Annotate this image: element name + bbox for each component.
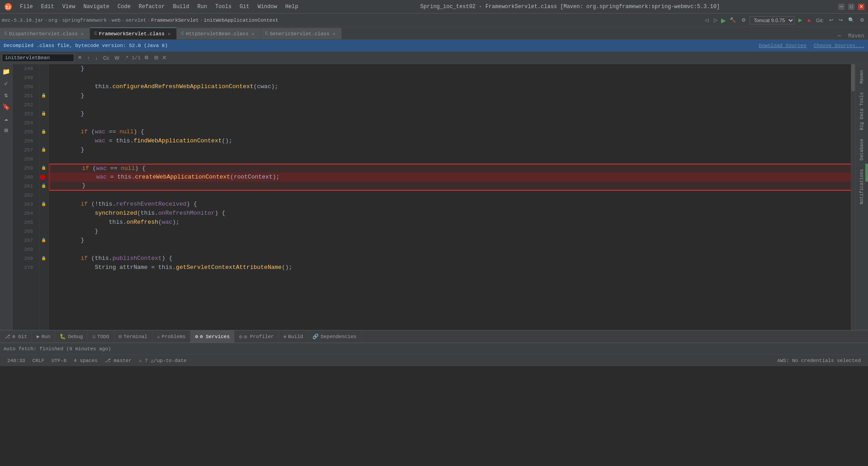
back-button[interactable]: ◁	[703, 16, 710, 24]
git-push-button[interactable]: Git:	[814, 17, 826, 24]
more-tabs-button[interactable]: ⋯	[834, 33, 844, 39]
tab-close-2[interactable]: ✕	[166, 31, 172, 37]
status-vcs[interactable]: ⎇ master	[101, 355, 135, 366]
build-toolbar-button[interactable]: ⚒ Build	[279, 330, 308, 343]
tab-close-4[interactable]: ✕	[331, 31, 337, 37]
tab-label-4: GenericServlet.class	[270, 31, 330, 37]
gutter-254	[40, 118, 47, 127]
services-toolbar-button[interactable]: ⚙ ⚙ Services	[190, 330, 235, 343]
search-filter-button[interactable]: ⊟	[152, 54, 160, 61]
menu-run[interactable]: Run	[193, 3, 211, 11]
gutter-252	[40, 100, 47, 109]
status-position[interactable]: 240:33	[4, 355, 29, 366]
sidebar-pullreq-icon[interactable]: ⇅	[1, 89, 12, 100]
redo-button[interactable]: ↪	[837, 16, 844, 24]
run-config-select[interactable]: Tomcat 9.0.75	[750, 16, 795, 24]
menu-help[interactable]: Help	[282, 3, 302, 11]
status-warnings[interactable]: ⚠ 7 △/up-to-date	[135, 355, 190, 366]
breadcrumb-org[interactable]: org	[48, 18, 57, 23]
minimize-button[interactable]: ─	[838, 4, 844, 10]
sidebar-commit-icon[interactable]: ✓	[1, 78, 12, 89]
code-line-255: if (wac == null) {	[49, 127, 855, 137]
gutter-249	[40, 73, 47, 82]
search-next-button[interactable]: ↓	[94, 54, 100, 61]
gutter-262	[40, 191, 47, 200]
code-area[interactable]: } this.configureAndRefreshWebApplication…	[49, 64, 855, 330]
code-line-253: }	[49, 109, 855, 118]
settings-button[interactable]: ⚙	[858, 16, 866, 24]
breakpoint-260[interactable]	[40, 174, 45, 180]
undo-button[interactable]: ↩	[827, 16, 835, 24]
menu-build[interactable]: Build	[169, 3, 193, 11]
forward-button[interactable]: ▷	[712, 16, 719, 24]
status-encoding[interactable]: UTF-8	[48, 355, 70, 366]
breadcrumb: mvc-5.3.10.jar › org › springframework ›…	[2, 18, 701, 23]
right-tool-maven[interactable]: Maven	[859, 66, 865, 87]
search-clear-button[interactable]: ✕	[76, 54, 84, 61]
search-input[interactable]	[2, 54, 74, 62]
tab-close-1[interactable]: ✕	[80, 31, 85, 37]
sidebar-bookmarks-icon[interactable]: 🔖	[1, 101, 12, 112]
problems-toolbar-button[interactable]: ⚠ Problems	[152, 330, 190, 343]
sidebar-structure-icon[interactable]: ⊞	[1, 125, 12, 136]
search-count: 1/1	[132, 55, 141, 61]
maximize-button[interactable]: □	[848, 4, 854, 10]
menu-navigate[interactable]: Navigate	[80, 3, 113, 11]
search-everywhere-button[interactable]: 🔍	[846, 16, 856, 24]
menu-file[interactable]: File	[16, 3, 37, 11]
tab-framework-servlet[interactable]: C FrameworkServlet.class ✕	[90, 28, 177, 39]
right-tool-database[interactable]: Database	[859, 135, 865, 164]
breadcrumb-springframework[interactable]: springframework	[62, 18, 107, 23]
choose-sources-link[interactable]: Choose Sources...	[814, 43, 864, 48]
search-regex-button[interactable]: .*	[123, 54, 130, 61]
download-sources-link[interactable]: Download Sources	[759, 43, 807, 48]
stop-button[interactable]: ■	[806, 17, 812, 24]
menu-refactor[interactable]: Refactor	[135, 3, 169, 11]
tab-generic-servlet[interactable]: C GenericServlet.class ✕	[261, 28, 342, 39]
git-toolbar-button[interactable]: ⎇ ⚙ Git	[0, 330, 32, 343]
menu-view[interactable]: View	[59, 3, 79, 11]
search-prev-button[interactable]: ↑	[85, 54, 92, 61]
build-button[interactable]: 🔨	[728, 16, 738, 24]
run-button[interactable]: ▶	[721, 17, 726, 24]
search-close-button[interactable]: ✕	[162, 54, 167, 61]
scrollbar-thumb[interactable]	[851, 64, 855, 91]
tab-dispatcher-servlet[interactable]: C DispatcherServlet.class ✕	[0, 28, 90, 39]
scrollbar-vertical[interactable]	[851, 64, 855, 330]
search-word-button[interactable]: W	[113, 54, 121, 61]
right-tool-bigdata[interactable]: Big Data Tools	[859, 88, 865, 134]
code-line-252	[49, 100, 855, 109]
debug-run-button[interactable]: ⚙	[740, 16, 748, 24]
sidebar-project-icon[interactable]: 📁	[1, 66, 12, 77]
status-indent[interactable]: 4 spaces	[70, 355, 101, 366]
menu-window[interactable]: Window	[254, 3, 281, 11]
menu-code[interactable]: Code	[114, 3, 134, 11]
menu-tools[interactable]: Tools	[212, 3, 235, 11]
code-container[interactable]: 248 249 250 251 252 253 254 255 256 257 …	[13, 64, 855, 330]
menu-edit[interactable]: Edit	[38, 3, 58, 11]
sidebar-aws-icon[interactable]: ☁	[1, 113, 12, 124]
right-sidebar: Maven Big Data Tools Database Notificati…	[855, 64, 868, 330]
profiler-toolbar-button[interactable]: ◎ ◎ Profiler	[235, 330, 279, 343]
todo-toolbar-button[interactable]: ☑ TODO	[88, 330, 114, 343]
breadcrumb-servlet[interactable]: servlet	[126, 18, 146, 23]
search-config-button[interactable]: ⚙	[142, 54, 151, 61]
breadcrumb-method[interactable]: initWebApplicationContext	[204, 18, 278, 23]
debug-toolbar-button[interactable]: 🐛 Debug	[55, 330, 88, 343]
status-aws[interactable]: AWS: No credentials selected	[774, 355, 864, 366]
breadcrumb-jar[interactable]: mvc-5.3.10.jar	[2, 18, 43, 23]
breadcrumb-web[interactable]: web	[112, 18, 121, 23]
search-match-case-button[interactable]: Cc	[101, 54, 111, 61]
run-toolbar-button[interactable]: ▶ Run	[32, 330, 55, 343]
tab-close-3[interactable]: ✕	[250, 31, 256, 37]
run-green-button[interactable]: ▶	[797, 16, 804, 24]
dependencies-toolbar-button[interactable]: 🔗 Dependencies	[308, 330, 361, 343]
maven-label[interactable]: Maven	[844, 33, 868, 39]
tab-httpservlet-bean[interactable]: C HttpServletBean.class ✕	[177, 28, 261, 39]
right-tool-notifications[interactable]: Notifications	[859, 165, 865, 208]
status-line-ending[interactable]: CRLF	[29, 355, 48, 366]
terminal-toolbar-button[interactable]: ⊟ Terminal	[114, 330, 152, 343]
close-button[interactable]: ✕	[858, 4, 864, 10]
breadcrumb-class[interactable]: FrameworkServlet	[151, 18, 199, 23]
menu-git[interactable]: Git	[236, 3, 253, 11]
